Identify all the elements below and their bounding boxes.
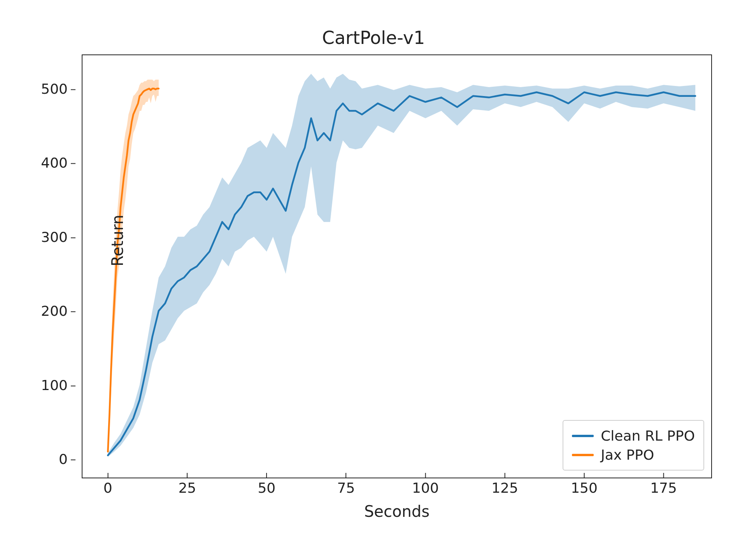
legend: Clean RL PPO Jax PPO [563,420,704,471]
legend-label: Clean RL PPO [601,428,695,444]
y-tick: 300 [41,229,75,245]
y-tick: 0 [59,451,75,467]
legend-swatch [572,435,594,437]
plot-area: 0100200300400500 0255075100125150175 Ret… [82,54,712,478]
y-tick: 400 [41,155,75,171]
chart-figure: CartPole-v1 0100200300400500 02550751001… [0,0,747,560]
legend-swatch [572,454,594,456]
legend-label: Jax PPO [601,447,654,463]
x-tick: 75 [337,478,355,496]
plot-svg [82,55,711,478]
y-tick: 200 [41,303,75,319]
y-tick: 100 [41,377,75,393]
x-tick: 25 [178,478,196,496]
x-axis-ticks: 0255075100125150175 [82,478,711,497]
legend-item-clean-rl-ppo: Clean RL PPO [572,426,695,445]
x-tick: 0 [103,478,112,496]
y-tick: 500 [41,80,75,96]
chart-title: CartPole-v1 [0,27,747,48]
legend-item-jax-ppo: Jax PPO [572,445,695,464]
x-tick: 150 [571,478,598,496]
y-axis-label: Return [109,215,126,266]
x-axis-label: Seconds [364,502,430,520]
x-tick: 50 [258,478,275,496]
x-tick: 100 [412,478,439,496]
x-tick: 175 [650,478,677,496]
x-tick: 125 [491,478,518,496]
